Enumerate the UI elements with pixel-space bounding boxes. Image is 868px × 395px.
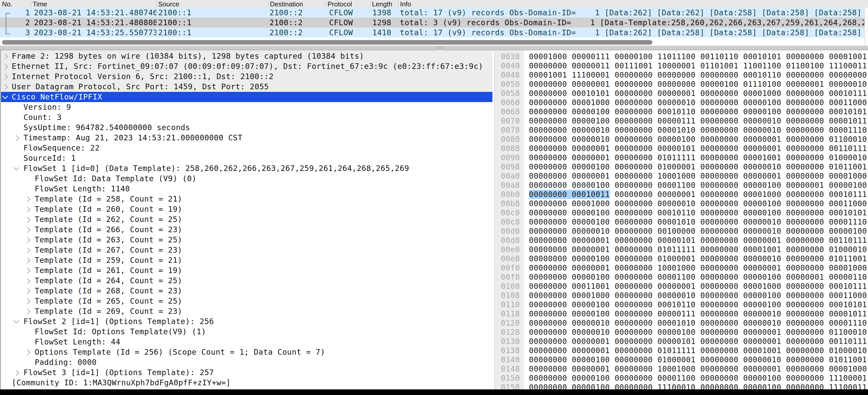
hex-highlighted-bytes[interactable]: 00000000 00010011 — [529, 190, 610, 199]
detail-line[interactable]: Template (Id = 260, Count = 19) — [0, 204, 492, 214]
column-header-no[interactable]: No. — [2, 0, 12, 8]
hex-bytes[interactable]: 00000000 00000010 00000000 00000100 0000… — [529, 328, 867, 337]
hex-bytes[interactable]: 00000000 00000001 00000000 00000101 0000… — [529, 337, 867, 346]
detail-line[interactable]: Template (Id = 269, Count = 23) — [0, 306, 492, 316]
hex-bytes[interactable]: 00001000 00000111 00000100 11011100 0011… — [529, 52, 867, 61]
hex-bytes[interactable]: 00000000 00000010 00000000 00000100 0000… — [529, 135, 867, 144]
chevron-right-icon[interactable] — [25, 196, 31, 202]
hex-row[interactable]: 015800000000 00000100 00000000 11100010 … — [496, 383, 868, 389]
hex-row[interactable]: 004000000000 00000011 00111001 10000001 … — [496, 61, 868, 70]
hex-row[interactable]: 00c800000000 00000100 00000000 00001010 … — [496, 217, 868, 226]
chevron-right-icon[interactable] — [25, 217, 31, 223]
hex-row[interactable]: 008000000000 00000010 00000000 00000100 … — [496, 135, 868, 144]
column-divider[interactable] — [370, 1, 370, 7]
hex-bytes[interactable]: 00000000 00000100 00000000 11100010 0000… — [529, 383, 867, 389]
hex-bytes[interactable]: 00000000 00010101 00000000 00000001 0000… — [529, 89, 867, 98]
hex-row[interactable]: 012000000000 00000010 00000000 00001010 … — [496, 318, 868, 328]
detail-line[interactable]: FlowSet 1 [id=0] (Data Template): 258,26… — [0, 163, 492, 174]
detail-line[interactable]: Template (Id = 266, Count = 23) — [0, 224, 492, 235]
hex-bytes[interactable]: 00000000 00000010 00000000 00001010 0000… — [529, 125, 867, 135]
hex-bytes[interactable]: 00000000 00001000 00000000 00000010 0000… — [529, 291, 867, 300]
chevron-right-icon[interactable] — [2, 84, 8, 90]
hex-bytes[interactable]: 00000000 00000100 00000000 01000001 0000… — [529, 254, 867, 263]
hex-bytes[interactable]: 00000000 00010011 00000000 00000001 0000… — [529, 190, 867, 199]
column-divider[interactable] — [326, 1, 326, 7]
detail-line[interactable]: Padding: 0000 — [0, 357, 492, 367]
hex-row[interactable]: 009000000000 00000001 00000000 01011111 … — [496, 153, 868, 162]
hex-row[interactable]: 008800000000 00000001 00000000 00000101 … — [496, 144, 868, 153]
detail-line[interactable]: Template (Id = 259, Count = 21) — [0, 255, 492, 265]
detail-line[interactable]: SourceId: 1 — [0, 153, 492, 163]
hex-row[interactable]: 010800000000 00001000 00000000 00000010 … — [496, 291, 868, 300]
detail-line[interactable]: FlowSet Length: 1140 — [0, 184, 492, 194]
detail-line[interactable]: Template (Id = 258, Count = 21) — [0, 194, 492, 204]
chevron-down-icon[interactable] — [13, 165, 20, 171]
hex-bytes[interactable]: 00000000 00000001 00000000 10001000 0000… — [529, 172, 867, 181]
detail-line[interactable]: Template (Id = 265, Count = 25) — [0, 296, 492, 306]
hex-row[interactable]: 00d800000000 00000001 00000000 00000101 … — [496, 236, 868, 245]
hex-bytes[interactable]: 00000000 00000100 00000000 00001100 0000… — [529, 273, 867, 282]
hex-bytes[interactable]: 00000000 00000100 00000000 01000001 0000… — [529, 355, 867, 364]
hex-row[interactable]: 006000000000 00001000 00000000 00000010 … — [496, 98, 868, 107]
chevron-right-icon[interactable] — [25, 309, 31, 315]
chevron-right-icon[interactable] — [25, 299, 31, 304]
hex-row[interactable]: 00f800000000 00000100 00000000 00001100 … — [496, 273, 868, 282]
hex-row[interactable]: 00e000000000 00000001 00000000 01011111 … — [496, 245, 868, 254]
hex-row[interactable]: 00b000000000 00010011 00000000 00000001 … — [496, 190, 868, 199]
detail-line[interactable]: Template (Id = 263, Count = 25) — [0, 235, 492, 245]
detail-line[interactable]: Template (Id = 261, Count = 19) — [0, 265, 492, 276]
chevron-right-icon[interactable] — [25, 207, 31, 213]
hex-bytes[interactable]: 00000000 00000100 00000000 00000111 0000… — [529, 309, 867, 318]
hex-bytes[interactable]: 00000000 00001000 00000000 00000010 0000… — [529, 199, 867, 208]
chevron-right-icon[interactable] — [2, 54, 8, 59]
hex-row[interactable]: 00a800000000 00000100 00000000 00001100 … — [496, 181, 868, 190]
detail-line[interactable]: User Datagram Protocol, Src Port: 1459, … — [0, 82, 492, 92]
detail-line[interactable]: FlowSequence: 22 — [0, 143, 492, 153]
packet-row[interactable]: 22023-08-21 14:53:21.4808082100::12100::… — [0, 18, 864, 28]
hex-bytes[interactable]: 00000000 00000001 00000000 01011111 0000… — [529, 346, 867, 355]
hex-row[interactable]: 015000000000 00000100 00000000 00001100 … — [496, 373, 868, 383]
hex-bytes[interactable]: 00000000 00000001 00000000 01011111 0000… — [529, 153, 867, 162]
hex-row[interactable]: 005800000000 00010101 00000000 00000001 … — [496, 89, 868, 98]
detail-line[interactable]: Frame 2: 1298 bytes on wire (10384 bits)… — [0, 51, 492, 61]
hex-bytes[interactable]: 00000000 00000010 00000000 00100000 0000… — [529, 226, 867, 236]
detail-line[interactable]: Ethernet II, Src: Fortinet_09:07:07 (00:… — [0, 61, 492, 71]
hex-bytes[interactable]: 00000000 00000100 00000000 00010110 0000… — [529, 208, 867, 217]
chevron-down-icon[interactable] — [13, 318, 20, 324]
hex-row[interactable]: 014000000000 00000100 00000000 01000001 … — [496, 355, 868, 364]
packet-list-horizontal-scrollbar-thumb[interactable] — [2, 40, 652, 44]
hex-row[interactable]: 00e800000000 00000100 00000000 01000001 … — [496, 254, 868, 263]
column-divider[interactable] — [156, 1, 157, 7]
packet-list-vertical-scrollbar-track[interactable] — [864, 8, 868, 46]
hex-bytes[interactable]: 00000000 00000001 00000000 00000000 0000… — [529, 80, 867, 89]
detail-line[interactable]: Cisco NetFlow/IPFIX — [0, 92, 492, 102]
hex-row[interactable]: 010000000000 00011001 00000000 00000001 … — [496, 282, 868, 291]
hex-row[interactable]: 005000000000 00000001 00000000 00000000 … — [496, 80, 868, 89]
hex-bytes[interactable]: 00000000 00001000 00000000 00000010 0000… — [529, 98, 867, 107]
detail-line[interactable]: Internet Protocol Version 6, Src: 2100::… — [0, 71, 492, 82]
packet-row[interactable]: 32023-08-21 14:53:25.5507732100::12100::… — [0, 28, 864, 37]
chevron-right-icon[interactable] — [25, 237, 31, 243]
hex-bytes[interactable]: 00000000 00000100 00000000 00000111 0000… — [529, 116, 867, 125]
hex-row[interactable]: 00b800000000 00001000 00000000 00000010 … — [496, 199, 868, 208]
detail-line[interactable]: [Community ID: 1:MA3QWrnuXph7bdFgA0pfF+z… — [0, 378, 492, 388]
packet-row[interactable]: 12023-08-21 14:53:21.4807462100::12100::… — [0, 8, 864, 18]
hex-bytes[interactable]: 00000000 00000001 00000000 00000101 0000… — [529, 236, 867, 245]
hex-row[interactable]: 00a000000000 00000001 00000000 10001000 … — [496, 172, 868, 181]
chevron-right-icon[interactable] — [25, 350, 31, 356]
chevron-right-icon[interactable] — [25, 227, 31, 233]
hex-bytes[interactable]: 00000000 00000100 00000000 00001100 0000… — [529, 181, 867, 190]
detail-line[interactable]: FlowSet 2 [id=1] (Options Template): 256 — [0, 316, 492, 327]
detail-line[interactable]: Options Template (Id = 256) (Scope Count… — [0, 347, 492, 357]
hex-row[interactable]: 007800000000 00000010 00000000 00001010 … — [496, 125, 868, 135]
column-header-time[interactable]: Time — [33, 0, 47, 8]
hex-row[interactable]: 014800000000 00000001 00000000 10001000 … — [496, 364, 868, 373]
detail-line[interactable]: Timestamp: Aug 21, 2023 14:53:21.0000000… — [0, 133, 492, 143]
chevron-right-icon[interactable] — [13, 370, 20, 376]
hex-row[interactable]: 004800001001 11100001 00000000 00000000 … — [496, 70, 868, 80]
detail-line[interactable]: Count: 3 — [0, 112, 492, 122]
hex-bytes[interactable]: 00000000 00000010 00000000 00001010 0000… — [529, 318, 867, 328]
hex-row[interactable]: 013800000000 00000001 00000000 01011111 … — [496, 346, 868, 355]
hex-row[interactable]: 009800000000 00000100 00000000 01000001 … — [496, 162, 868, 172]
chevron-right-icon[interactable] — [13, 135, 20, 141]
